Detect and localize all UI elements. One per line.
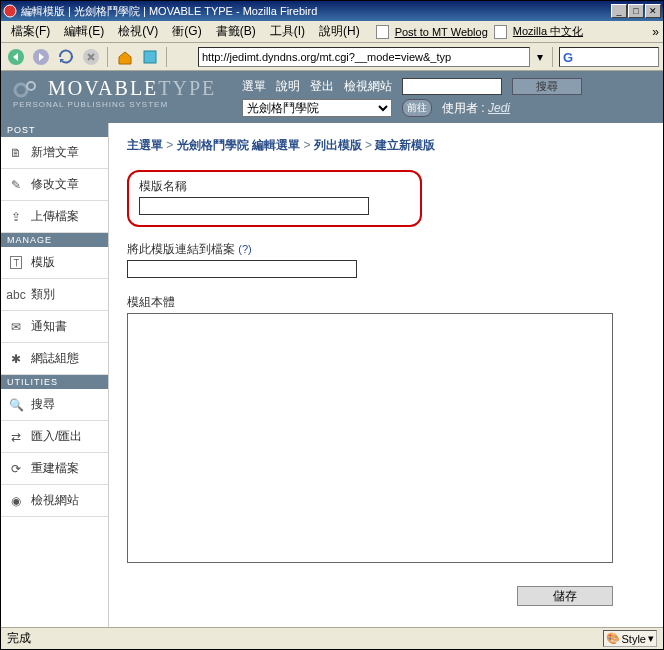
go-button[interactable]: 前往 [402,99,432,117]
sidebar-edit-entry[interactable]: ✎修改文章 [1,169,108,201]
breadcrumb-item[interactable]: 光劍格鬥學院 編輯選單 [177,138,300,152]
sidebar-item-label: 檢視網站 [31,492,79,509]
sidebar-item-label: 上傳檔案 [31,208,79,225]
menu-edit[interactable]: 編輯(E) [58,21,110,42]
palette-icon: 🎨 [606,632,620,645]
sidebar-upload[interactable]: ⇪上傳檔案 [1,201,108,233]
help-icon[interactable]: (?) [238,243,251,255]
close-button[interactable]: ✕ [645,4,661,18]
svg-rect-4 [144,51,156,63]
nav-viewsite[interactable]: 檢視網站 [344,78,392,95]
url-text: http://jedimt.dyndns.org/mt.cgi?__mode=v… [202,51,451,63]
sidebar-new-entry[interactable]: 🗎新增文章 [1,137,108,169]
forward-button[interactable] [30,46,52,68]
category-icon: abc [7,287,25,303]
sidebar: POST 🗎新增文章 ✎修改文章 ⇪上傳檔案 MANAGE 🅃模版 abc類別 … [1,123,109,647]
sidebar-item-label: 新增文章 [31,144,79,161]
maximize-button[interactable]: □ [628,4,644,18]
sidebar-view-site[interactable]: ◉檢視網站 [1,485,108,517]
sidebar-import-export[interactable]: ⇄匯入/匯出 [1,421,108,453]
google-icon: G [563,50,577,64]
minimize-button[interactable]: _ [611,4,627,18]
blog-select[interactable]: 光劍格鬥學院 [242,99,392,117]
address-bar[interactable]: http://jedimt.dyndns.org/mt.cgi?__mode=v… [198,47,530,67]
nav-help[interactable]: 說明 [276,78,300,95]
window-titlebar: 編輯模版 | 光劍格鬥學院 | MOVABLE TYPE - Mozilla F… [1,1,663,21]
menu-go[interactable]: 衝(G) [166,21,207,42]
search-box[interactable]: G [559,47,659,67]
dropdown-icon[interactable]: ▾ [533,50,547,64]
svg-point-7 [27,82,35,90]
svg-point-0 [4,5,16,17]
breadcrumb: 主選單 > 光劍格鬥學院 編輯選單 > 列出模版 > 建立新模版 [127,137,645,154]
bookmark-mozilla-zh[interactable]: Mozilla 中文化 [509,22,587,41]
svg-point-6 [15,84,27,96]
sidebar-templates[interactable]: 🅃模版 [1,247,108,279]
config-icon: ✱ [7,351,25,367]
main-content: 主選單 > 光劍格鬥學院 編輯選單 > 列出模版 > 建立新模版 模版名稱 將此… [109,123,663,647]
template-name-group-highlight: 模版名稱 [127,170,422,227]
user-label: 使用者 : Jedi [442,100,510,117]
breadcrumb-current: 建立新模版 [375,138,435,152]
eye-icon: ◉ [7,493,25,509]
import-export-icon: ⇄ [7,429,25,445]
menu-tools[interactable]: 工具(I) [264,21,311,42]
menu-help[interactable]: 說明(H) [313,21,366,42]
menu-bar: 檔案(F) 編輯(E) 檢視(V) 衝(G) 書籤(B) 工具(I) 說明(H)… [1,21,663,43]
status-bar: 完成 🎨 Style ▾ [1,627,663,649]
page-icon [494,25,507,39]
sidebar-blog-config[interactable]: ✱網誌組態 [1,343,108,375]
menu-file[interactable]: 檔案(F) [5,21,56,42]
sidebar-item-label: 網誌組態 [31,350,79,367]
nav-logout[interactable]: 登出 [310,78,334,95]
mt-header: MOVABLETYPE PERSONAL PUBLISHING SYSTEM 選… [1,71,663,123]
gear-icon [13,78,41,98]
style-dropdown[interactable]: 🎨 Style ▾ [603,630,657,647]
sidebar-search[interactable]: 🔍搜尋 [1,389,108,421]
sidebar-item-label: 重建檔案 [31,460,79,477]
bookmark-button[interactable] [139,46,161,68]
page-icon [173,46,195,68]
app-icon [3,4,17,18]
bookmark-post-mt[interactable]: Post to MT Weblog [391,24,492,40]
sidebar-item-label: 通知書 [31,318,67,335]
header-search-button[interactable]: 搜尋 [512,78,582,95]
style-label: Style [622,633,646,645]
sidebar-head-post: POST [1,123,108,137]
template-name-input[interactable] [139,197,369,215]
template-body-textarea[interactable] [127,313,613,563]
header-search-input[interactable] [402,78,502,95]
save-button[interactable]: 儲存 [517,586,613,606]
status-text: 完成 [7,630,31,647]
home-button[interactable] [114,46,136,68]
chevron-right-icon[interactable]: » [652,25,659,39]
sidebar-rebuild[interactable]: ⟳重建檔案 [1,453,108,485]
breadcrumb-item[interactable]: 主選單 [127,138,163,152]
stop-button[interactable] [80,46,102,68]
search-icon: 🔍 [7,397,25,413]
sidebar-item-label: 模版 [31,254,55,271]
template-name-label: 模版名稱 [139,178,410,195]
edit-icon: ✎ [7,177,25,193]
sidebar-notifications[interactable]: ✉通知書 [1,311,108,343]
svg-text:G: G [563,50,573,64]
link-file-input[interactable] [127,260,357,278]
window-title: 編輯模版 | 光劍格鬥學院 | MOVABLE TYPE - Mozilla F… [21,4,611,19]
sidebar-item-label: 修改文章 [31,176,79,193]
page-icon [376,25,389,39]
sidebar-item-label: 類別 [31,286,55,303]
menu-bookmarks[interactable]: 書籤(B) [210,21,262,42]
chevron-down-icon: ▾ [648,632,654,645]
rebuild-icon: ⟳ [7,461,25,477]
menu-view[interactable]: 檢視(V) [112,21,164,42]
back-button[interactable] [5,46,27,68]
breadcrumb-item[interactable]: 列出模版 [314,138,362,152]
brand-subtitle: PERSONAL PUBLISHING SYSTEM [13,100,224,109]
nav-menu[interactable]: 選單 [242,78,266,95]
user-link[interactable]: Jedi [488,101,510,115]
sidebar-item-label: 搜尋 [31,396,55,413]
reload-button[interactable] [55,46,77,68]
mail-icon: ✉ [7,319,25,335]
sidebar-categories[interactable]: abc類別 [1,279,108,311]
sidebar-item-label: 匯入/匯出 [31,428,82,445]
